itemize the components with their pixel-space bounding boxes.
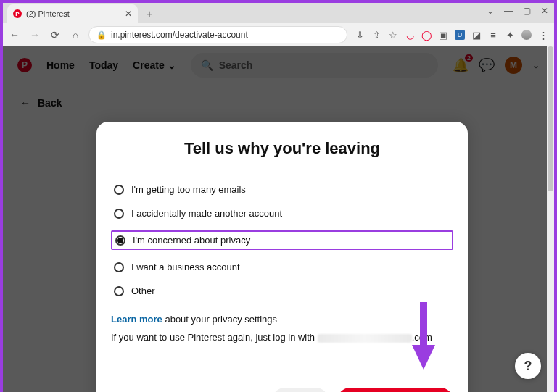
option-label: I'm getting too many emails (131, 184, 246, 195)
window-dropdown-icon[interactable]: ⌄ (487, 6, 494, 16)
new-tab-button[interactable]: + (141, 6, 158, 23)
reason-option-business[interactable]: I want a business account (111, 260, 453, 274)
search-icon: 🔍 (201, 59, 213, 71)
learn-more-row: Learn more about your privacy settings (107, 314, 458, 325)
chrome-menu-icon[interactable]: ⋮ (538, 30, 548, 40)
star-icon[interactable]: ☆ (388, 30, 398, 40)
reason-option-duplicate[interactable]: I accidentally made another account (111, 207, 453, 220)
account-menu-chevron-icon[interactable]: ⌄ (532, 60, 540, 70)
ext-icon-8[interactable]: ◪ (471, 30, 482, 40)
address-bar-row: ← → ⟳ ⌂ 🔒 in.pinterest.com/deactivate-ac… (3, 23, 554, 46)
pinterest-favicon: P (13, 9, 22, 18)
nav-create[interactable]: Create ⌄ (133, 59, 176, 71)
nav-back-icon[interactable]: ← (9, 29, 20, 41)
search-placeholder: Search (219, 59, 253, 71)
lock-icon: 🔒 (96, 30, 107, 40)
radio-icon (114, 209, 124, 219)
ext-icon-9[interactable]: ≡ (488, 30, 498, 40)
messages-icon[interactable]: 💬 (479, 57, 495, 73)
redacted-email (318, 334, 412, 343)
chevron-down-icon: ⌄ (168, 59, 176, 71)
option-label: Other (131, 285, 155, 296)
nav-create-label: Create (133, 59, 165, 71)
notifications-badge: 2 (465, 54, 473, 62)
nav-today[interactable]: Today (89, 59, 118, 71)
nav-home[interactable]: Home (46, 59, 75, 71)
reason-options: I'm getting too many emails I accidental… (107, 183, 458, 298)
window-controls: ⌄ — ▢ ✕ (487, 6, 548, 16)
back-label: Back (38, 97, 62, 109)
search-input[interactable]: 🔍 Search (191, 53, 438, 78)
reason-option-emails[interactable]: I'm getting too many emails (111, 183, 453, 196)
pocket-icon[interactable]: ◡ (405, 30, 415, 40)
address-bar[interactable]: 🔒 in.pinterest.com/deactivate-account (88, 26, 347, 43)
radio-icon-selected (115, 235, 125, 246)
back-link[interactable]: ← Back (3, 84, 554, 122)
profile-avatar-icon[interactable] (521, 30, 532, 40)
tab-strip: P (2) Pinterest ✕ + ⌄ — ▢ ✕ (3, 3, 554, 23)
modal-actions: Cancel Deactivate account (107, 388, 458, 392)
tab-close-icon[interactable]: ✕ (125, 9, 132, 19)
url-text: in.pinterest.com/deactivate-account (111, 30, 248, 40)
deactivate-reason-modal: Tell us why you're leaving I'm getting t… (96, 122, 468, 392)
reason-option-privacy[interactable]: I'm concerned about privacy (111, 230, 453, 250)
help-button[interactable]: ? (515, 353, 541, 379)
ext-icon-1[interactable]: ⇩ (355, 30, 365, 40)
extensions-icon[interactable]: ✦ (505, 30, 515, 40)
browser-chrome: P (2) Pinterest ✕ + ⌄ — ▢ ✕ ← → ⟳ ⌂ 🔒 in… (3, 3, 554, 46)
page-content: P Home Today Create ⌄ 🔍 Search 🔔 2 💬 M (3, 46, 554, 392)
relogin-suffix: .com (412, 332, 432, 343)
nav-forward-icon[interactable]: → (29, 29, 41, 41)
radio-icon (114, 286, 124, 296)
scrollbar-thumb[interactable] (548, 46, 553, 191)
tab-title: (2) Pinterest (26, 9, 70, 18)
window-close-icon[interactable]: ✕ (541, 6, 548, 16)
notifications-icon[interactable]: 🔔 2 (453, 57, 469, 73)
pinterest-header: P Home Today Create ⌄ 🔍 Search 🔔 2 💬 M (3, 46, 554, 84)
reason-option-other[interactable]: Other (111, 284, 453, 298)
opera-icon[interactable]: ◯ (421, 30, 432, 40)
ext-icon-7[interactable]: U (455, 30, 465, 40)
option-label: I accidentally made another account (131, 208, 282, 219)
deactivate-account-button[interactable]: Deactivate account (337, 388, 453, 392)
option-label: I'm concerned about privacy (133, 235, 250, 246)
browser-tab-active[interactable]: P (2) Pinterest ✕ (7, 4, 138, 23)
header-right: 🔔 2 💬 M ⌄ (453, 57, 540, 74)
relogin-prefix: If you want to use Pinterest again, just… (111, 332, 318, 343)
modal-title: Tell us why you're leaving (107, 139, 458, 158)
learn-more-rest: about your privacy settings (162, 314, 277, 325)
user-avatar[interactable]: M (505, 57, 522, 74)
radio-icon (114, 262, 124, 272)
nav-home-icon[interactable]: ⌂ (70, 29, 81, 41)
radio-icon (114, 185, 124, 195)
relogin-hint: If you want to use Pinterest again, just… (107, 332, 458, 343)
nav-reload-icon[interactable]: ⟳ (49, 29, 61, 41)
cancel-button[interactable]: Cancel (272, 388, 329, 392)
window-maximize-icon[interactable]: ▢ (523, 6, 531, 16)
ext-icon-6[interactable]: ▣ (438, 30, 448, 40)
extension-icons: ⇩ ⇪ ☆ ◡ ◯ ▣ U ◪ ≡ ✦ ⋮ (355, 30, 548, 40)
nav-icons: ← → ⟳ ⌂ (9, 29, 81, 41)
option-label: I want a business account (131, 262, 240, 272)
scrollbar-track[interactable] (547, 46, 554, 392)
pinterest-logo-icon[interactable]: P (17, 58, 32, 72)
learn-more-link[interactable]: Learn more (111, 314, 162, 325)
ext-icon-2[interactable]: ⇪ (371, 30, 381, 40)
arrow-left-icon: ← (20, 97, 30, 109)
window-minimize-icon[interactable]: — (504, 6, 513, 16)
